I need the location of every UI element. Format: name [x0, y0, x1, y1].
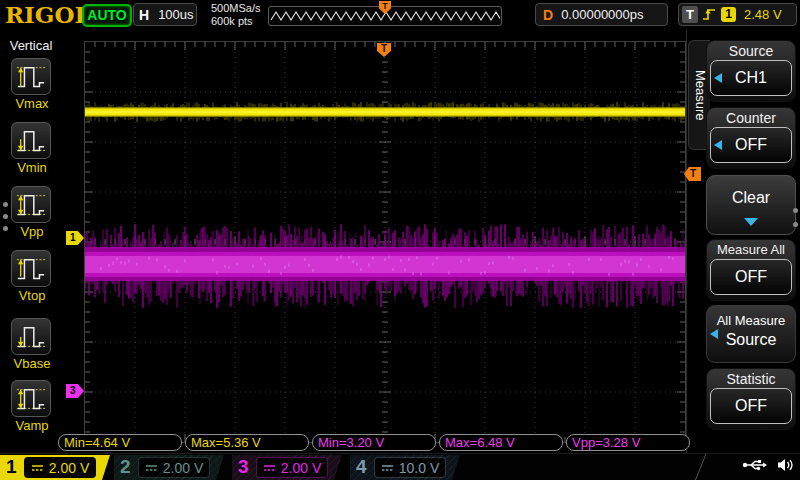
ch1-ground-marker: 1 [66, 231, 84, 245]
meter-item-label: Vmin [11, 160, 53, 175]
softkey-measure-all[interactable]: Measure All OFF [706, 239, 796, 301]
meter-item-vbase[interactable]: Vbase [11, 318, 53, 371]
trigger-label: T [682, 6, 698, 23]
ch3-ground-marker: 3 [66, 384, 84, 398]
chevron-left-icon [710, 329, 718, 339]
acquisition-info: 500MSa/s 600k pts [211, 2, 261, 28]
vmax-icon [11, 58, 51, 95]
vtop-icon [11, 250, 51, 287]
trigger-source-badge: 1 [721, 7, 736, 22]
dc-coupling-icon [145, 463, 158, 473]
softkey-title: Measure All [710, 241, 792, 259]
dc-coupling-icon [31, 463, 44, 473]
meter-item-label: Vtop [11, 288, 53, 303]
measurement-slot-1: Min=4.64 V [58, 434, 182, 451]
vmin-icon [11, 122, 51, 159]
chevron-left-icon [714, 140, 722, 150]
channel-scale: 2.00 V [281, 460, 321, 476]
chevron-down-icon [744, 218, 758, 226]
softkey-value: CH1 [735, 69, 767, 87]
channel-number: 4 [356, 456, 367, 478]
vertical-measure-menu: Vertical Vmax Vmin Vpp Vtop Vbase Vamp [0, 30, 62, 454]
softkey-value: OFF [735, 136, 767, 154]
meter-item-label: Vamp [11, 418, 53, 433]
softkey-counter[interactable]: Counter OFF [706, 107, 796, 169]
softkey-title: All Measure [707, 313, 795, 329]
vamp-icon [11, 380, 51, 417]
trigger-level-value: 2.48 V [744, 7, 782, 22]
softkey-value: OFF [735, 397, 767, 415]
timebase-value: 100us [158, 7, 193, 22]
dc-coupling-icon [381, 463, 394, 473]
channel-4-status[interactable]: 4 10.0 V [350, 455, 460, 480]
meter-item-label: Vbase [11, 356, 53, 371]
channel-status-bar: 1 2.00 V 2 2.00 V 3 [0, 453, 800, 480]
meter-item-vmax[interactable]: Vmax [11, 58, 53, 111]
sample-rate: 500MSa/s [211, 2, 261, 15]
delay-box[interactable]: D 0.00000000ps [535, 3, 668, 26]
measurement-slot-5: Vpp=3.28 V [566, 434, 690, 451]
run-status-badge[interactable]: AUTO [82, 4, 132, 27]
channel-2-status[interactable]: 2 2.00 V [114, 455, 224, 480]
rising-edge-icon [702, 7, 716, 22]
meter-item-vtop[interactable]: Vtop [11, 250, 53, 303]
softkey-clear[interactable]: Clear [706, 175, 796, 235]
softkey-statistic[interactable]: Statistic OFF [706, 368, 796, 430]
waveform-preview-bar[interactable]: T [268, 6, 502, 26]
trigger-status-box[interactable]: T 1 2.48 V [678, 3, 797, 26]
channel-number: 2 [120, 456, 131, 478]
channel-1-status[interactable]: 1 2.00 V [0, 455, 110, 480]
channel-scale: 10.0 V [399, 460, 439, 476]
channel-scale: 2.00 V [49, 460, 89, 476]
meter-item-label: Vmax [11, 96, 53, 111]
divider [695, 454, 707, 480]
meter-item-label: Vpp [11, 224, 53, 239]
measurement-slot-4: Max=6.48 V [439, 434, 563, 451]
right-menu-page-dots [793, 208, 798, 227]
meter-item-vamp[interactable]: Vamp [11, 380, 53, 433]
dc-coupling-icon [263, 463, 276, 473]
meter-item-vmin[interactable]: Vmin [11, 122, 53, 175]
channel-scale: 2.00 V [163, 460, 203, 476]
oscilloscope-screen: RIGOL AUTO H 100us 500MSa/s 600k pts T D… [0, 0, 800, 480]
horizontal-label: H [139, 7, 149, 23]
channel-number: 3 [238, 456, 249, 478]
left-menu-page-dots [3, 202, 8, 231]
waveform-display-area [84, 41, 686, 443]
softkey-value: OFF [735, 268, 767, 286]
chevron-left-icon [714, 73, 722, 83]
softkey-all-measure-source[interactable]: All Measure Source [706, 305, 796, 363]
horizontal-timebase-box[interactable]: H 100us [133, 3, 197, 26]
channel-number: 1 [6, 456, 17, 478]
delay-value: 0.00000000ps [561, 7, 643, 22]
measurement-slot-2: Max=5.36 V [185, 434, 309, 451]
graticule-and-traces [85, 42, 685, 442]
measurement-slot-3: Min=3.20 V [312, 434, 436, 451]
softkey-source[interactable]: Source CH1 [706, 40, 796, 102]
rigol-logo: RIGOL [5, 1, 91, 28]
softkey-title: Counter [710, 109, 792, 127]
channel-3-status[interactable]: 3 2.00 V [232, 455, 342, 480]
beeper-icon [776, 457, 794, 473]
softkey-label: Clear [732, 189, 770, 206]
softkey-title: Statistic [710, 370, 792, 388]
meter-item-vpp[interactable]: Vpp [11, 186, 53, 239]
measure-soft-menu: Measure Source CH1 Counter OFF Clear Mea… [686, 30, 800, 454]
top-status-bar: RIGOL AUTO H 100us 500MSa/s 600k pts T D… [0, 0, 800, 30]
usb-icon [742, 457, 768, 473]
softkey-title: Source [710, 42, 792, 60]
left-menu-title: Vertical [0, 38, 62, 53]
softkey-value: Source [707, 329, 795, 351]
vpp-icon [11, 186, 51, 223]
memory-depth: 600k pts [211, 15, 261, 28]
vbase-icon [11, 318, 51, 355]
delay-label: D [543, 7, 553, 23]
